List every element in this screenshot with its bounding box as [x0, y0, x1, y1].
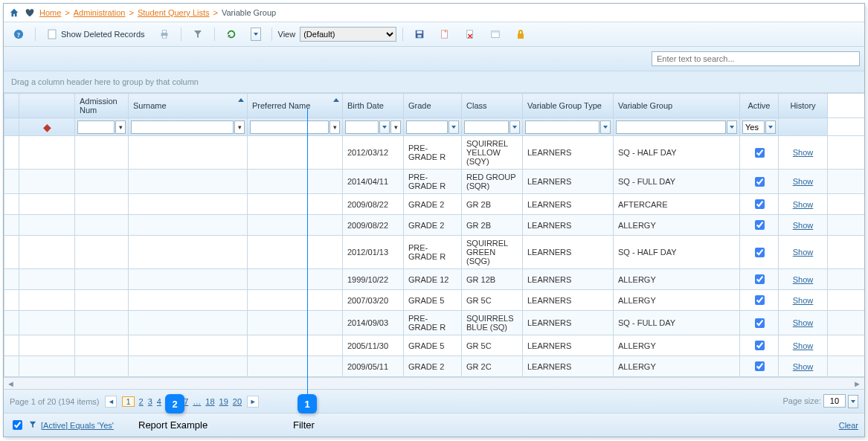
active-checkbox[interactable] — [755, 361, 765, 371]
show-link[interactable]: Show — [793, 318, 814, 327]
filter-admission[interactable] — [77, 120, 115, 134]
pager-page-link[interactable]: 18 — [205, 397, 214, 406]
heart-icon[interactable] — [24, 7, 36, 19]
show-deleted-button[interactable]: Show Deleted Records — [42, 26, 150, 42]
filter-expression[interactable]: [Active] Equals 'Yes' — [41, 421, 114, 430]
new-button[interactable] — [434, 26, 455, 42]
col-variable-group-type[interactable]: Variable Group Type — [523, 94, 614, 118]
refresh-button[interactable] — [221, 26, 242, 42]
active-checkbox[interactable] — [755, 177, 765, 187]
filter-enabled-checkbox[interactable] — [13, 420, 22, 430]
show-link[interactable]: Show — [793, 177, 814, 186]
columns-button[interactable] — [485, 26, 506, 42]
pager-next-button[interactable]: ► — [247, 396, 259, 408]
pager-page-link[interactable]: 19 — [219, 397, 228, 406]
table-row[interactable]: 2009/05/11GRADE 2GR 2CLEARNERSALLERGYSho… — [4, 356, 865, 377]
table-row[interactable]: 2009/08/22GRADE 2GR 2BLEARNERSAFTERCARES… — [4, 194, 865, 215]
print-button[interactable] — [154, 26, 175, 42]
dropdown-icon[interactable] — [727, 120, 737, 134]
col-variable-group[interactable]: Variable Group — [614, 94, 740, 118]
pager-page-link[interactable]: 1 — [122, 396, 134, 407]
pager-page-link[interactable]: 2 — [139, 397, 144, 406]
filter-birth-date[interactable] — [345, 120, 379, 134]
table-row[interactable]: 2014/04/11PRE-GRADE RRED GROUP (SQR)LEAR… — [4, 170, 865, 194]
dropdown-icon[interactable] — [765, 120, 776, 134]
show-link[interactable]: Show — [793, 341, 814, 350]
dropdown-icon[interactable] — [509, 120, 520, 134]
page-size-dropdown[interactable] — [848, 395, 858, 408]
filter-vg-type[interactable] — [525, 120, 599, 134]
pager-page-link[interactable]: 4 — [157, 397, 161, 406]
filter-class[interactable] — [464, 120, 509, 134]
search-input[interactable] — [652, 51, 860, 66]
table-row[interactable]: 1999/10/22GRADE 12GR 12BLEARNERSALLERGYS… — [4, 269, 865, 290]
show-link[interactable]: Show — [793, 275, 814, 284]
filter-preferred-name[interactable] — [250, 120, 329, 134]
col-history[interactable]: History — [779, 94, 828, 118]
filter-active[interactable] — [742, 120, 765, 134]
col-grade[interactable]: Grade — [404, 94, 462, 118]
show-link[interactable]: Show — [793, 221, 814, 230]
horizontal-scrollbar[interactable]: ◄ ► — [4, 377, 864, 389]
filter-grade[interactable] — [406, 120, 448, 134]
breadcrumb-admin[interactable]: Administration — [74, 8, 126, 17]
save-button[interactable] — [409, 26, 430, 42]
page-size-input[interactable] — [823, 394, 846, 408]
active-checkbox[interactable] — [755, 148, 765, 158]
filter-vg[interactable] — [616, 120, 726, 134]
filter-funnel-icon[interactable]: ▾ — [234, 120, 245, 134]
help-button[interactable]: ? — [8, 26, 29, 42]
view-select[interactable]: (Default) — [300, 27, 396, 42]
table-row[interactable]: 2014/09/03PRE-GRADE RSQUIRRELS BLUE (SQ)… — [4, 311, 865, 335]
scroll-left-icon[interactable]: ◄ — [7, 379, 15, 388]
filter-surname[interactable] — [131, 120, 234, 134]
col-birth-date[interactable]: Birth Date — [343, 94, 404, 118]
active-checkbox[interactable] — [755, 274, 765, 284]
group-by-hint[interactable]: Drag a column header here to group by th… — [4, 71, 864, 93]
scroll-right-icon[interactable]: ► — [853, 379, 861, 388]
pager-page-link[interactable]: 7 — [184, 397, 188, 406]
show-link[interactable]: Show — [793, 248, 814, 257]
home-icon[interactable] — [8, 7, 20, 19]
show-link[interactable]: Show — [793, 148, 814, 157]
table-row[interactable]: 2005/11/30GRADE 5GR 5CLEARNERSALLERGYSho… — [4, 335, 865, 356]
table-row[interactable]: 2009/08/22GRADE 2GR 2BLEARNERSALLERGYSho… — [4, 215, 865, 236]
col-preferred-name[interactable]: Preferred Name — [248, 94, 343, 118]
cell-vg-type: LEARNERS — [523, 170, 614, 194]
col-active[interactable]: Active — [740, 94, 779, 118]
clear-filters-icon[interactable]: ◆ — [43, 121, 51, 133]
dropdown-icon[interactable] — [449, 120, 459, 134]
col-admission[interactable]: Admission Num — [75, 94, 129, 118]
filter-funnel-icon[interactable]: ▾ — [390, 120, 401, 134]
active-checkbox[interactable] — [755, 199, 765, 209]
filter-button[interactable] — [187, 26, 208, 42]
date-picker-icon[interactable] — [379, 120, 390, 134]
show-link[interactable]: Show — [793, 200, 814, 209]
active-checkbox[interactable] — [755, 295, 765, 305]
filter-funnel-icon[interactable]: ▾ — [115, 120, 126, 134]
active-checkbox[interactable] — [755, 341, 765, 350]
col-blank[interactable] — [19, 94, 75, 118]
table-row[interactable]: 2007/03/20GRADE 5GR 5CLEARNERSALLERGYSho… — [4, 290, 865, 311]
col-selector[interactable] — [4, 94, 19, 118]
clear-filter-link[interactable]: Clear — [839, 421, 858, 430]
col-class[interactable]: Class — [462, 94, 523, 118]
active-checkbox[interactable] — [755, 318, 765, 328]
active-checkbox[interactable] — [755, 248, 765, 257]
show-link[interactable]: Show — [793, 296, 814, 305]
delete-button[interactable] — [460, 26, 480, 42]
breadcrumb-home[interactable]: Home — [39, 8, 61, 17]
table-row[interactable]: 2012/03/12PRE-GRADE RSQUIRREL YELLOW (SQ… — [4, 136, 865, 170]
pager-page-link[interactable]: 20 — [233, 397, 242, 406]
filter-funnel-icon[interactable]: ▾ — [329, 120, 340, 134]
table-row[interactable]: 2012/01/13PRE-GRADE RSQUIRREL GREEN (SQG… — [4, 236, 865, 269]
pager-page-link[interactable]: 3 — [148, 397, 152, 406]
show-link[interactable]: Show — [793, 362, 814, 371]
dropdown-icon[interactable] — [600, 120, 611, 134]
pager-prev-button[interactable]: ◄ — [105, 396, 117, 408]
lock-button[interactable] — [510, 26, 531, 42]
col-surname[interactable]: Surname — [129, 94, 248, 118]
dropdown-button[interactable] — [246, 25, 266, 43]
breadcrumb-student-query[interactable]: Student Query Lists — [138, 8, 210, 17]
active-checkbox[interactable] — [755, 220, 765, 230]
